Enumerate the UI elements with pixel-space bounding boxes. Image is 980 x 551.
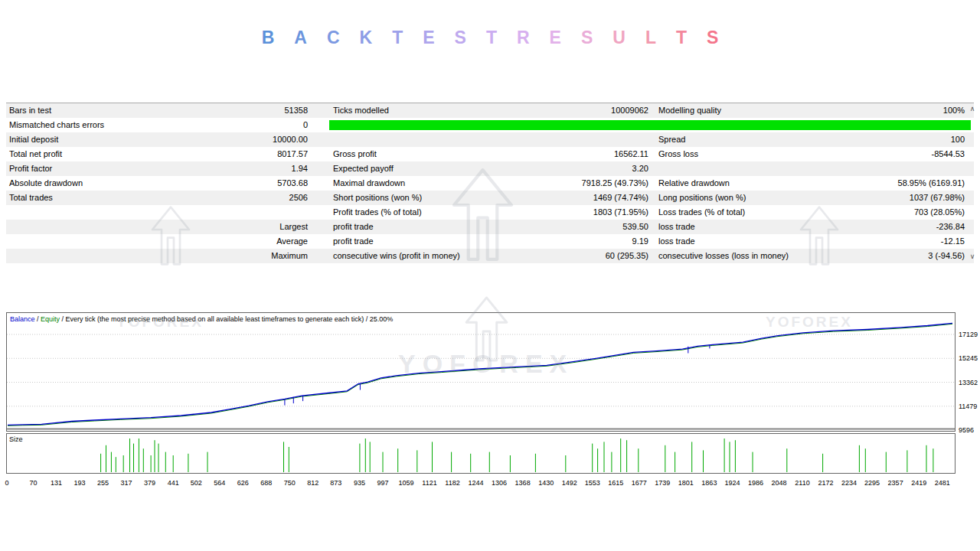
cell-value: Average xyxy=(276,234,308,249)
results-table: Bars in test51358Ticks modelled10009062M… xyxy=(6,103,974,263)
title-letter: T xyxy=(486,28,497,48)
cell-label: Short positions (won %) xyxy=(333,191,422,205)
y-axis-label: 17129 xyxy=(959,331,978,338)
cell-label: Gross loss xyxy=(658,147,698,161)
x-axis-label: 2295 xyxy=(864,479,880,487)
x-axis-label: 441 xyxy=(168,479,179,487)
cell-value: 3.20 xyxy=(632,161,648,176)
cell-value: 1.94 xyxy=(292,161,308,176)
cell-label: Absolute drawdown xyxy=(9,176,83,191)
x-axis-label: 1121 xyxy=(422,479,436,487)
x-axis-label: 2234 xyxy=(841,479,857,487)
x-axis-label: 873 xyxy=(330,479,341,487)
x-axis-labels: 0701311932553173794415025646266887508128… xyxy=(0,479,980,490)
title-letter: L xyxy=(645,28,656,48)
x-axis-label: 2419 xyxy=(911,479,926,487)
cell-value: -8544.53 xyxy=(932,147,965,161)
cell-label: Profit factor xyxy=(9,161,52,176)
x-axis-label: 626 xyxy=(237,479,249,487)
title-letter: E xyxy=(550,28,561,48)
cell-label: Initial deposit xyxy=(9,132,58,147)
cell-value: 703 (28.05%) xyxy=(914,205,965,220)
cell-value: 1469 (74.74%) xyxy=(593,191,648,205)
x-axis-label: 1739 xyxy=(655,479,670,487)
table-row: Mismatched charts errors0 xyxy=(6,118,974,132)
title-letter: K xyxy=(360,28,373,48)
cell-value: -236.84 xyxy=(936,220,965,234)
cell-label: Modelling quality xyxy=(658,103,721,118)
chart-legend: Balance / Equity / Every tick (the most … xyxy=(10,315,393,323)
x-axis-label: 1863 xyxy=(701,479,717,487)
x-axis-label: 2481 xyxy=(935,479,950,487)
x-axis-label: 379 xyxy=(144,479,155,487)
x-axis-label: 0 xyxy=(5,479,8,487)
cell-value: Largest xyxy=(279,220,308,234)
cell-value: 9.19 xyxy=(632,234,648,249)
cell-value: 16562.11 xyxy=(614,147,648,161)
x-axis-label: 1182 xyxy=(445,479,459,487)
cell-value: 58.95% (6169.91) xyxy=(898,176,965,191)
x-axis-label: 1986 xyxy=(748,479,763,487)
x-axis-label: 70 xyxy=(29,479,37,487)
x-axis-label: 1924 xyxy=(724,479,740,487)
page-title: BACKTESTRESULTS xyxy=(0,28,980,48)
scroll-down-icon[interactable]: ∨ xyxy=(967,253,978,260)
title-letter: R xyxy=(517,28,530,48)
scroll-up-icon[interactable]: ∧ xyxy=(967,105,978,112)
x-axis-label: 1368 xyxy=(515,479,531,487)
cell-value: 7918.25 (49.73%) xyxy=(582,176,648,191)
cell-label: Ticks modelled xyxy=(333,103,389,118)
cell-label: Bars in test xyxy=(9,103,51,118)
table-row: Bars in test51358Ticks modelled10009062M… xyxy=(6,103,974,118)
modelling-quality-bar xyxy=(329,120,971,130)
table-row: Profit trades (% of total)1803 (71.95%)L… xyxy=(6,205,974,220)
x-axis-label: 935 xyxy=(354,479,365,487)
x-axis-label: 997 xyxy=(377,479,388,487)
cell-label: Total net profit xyxy=(9,147,62,161)
y-axis-label: 11479 xyxy=(959,403,977,410)
title-letter: S xyxy=(707,28,718,48)
title-letter: C xyxy=(327,28,340,48)
cell-label: Long positions (won %) xyxy=(658,191,746,205)
table-row: Total trades2506Short positions (won %)1… xyxy=(6,191,974,205)
title-letter: B xyxy=(262,28,275,48)
table-row: Averageprofit trade9.19loss trade-12.15 xyxy=(6,234,974,249)
cell-label: Maximal drawdown xyxy=(333,176,405,191)
table-row: Profit factor1.94Expected payoff3.20 xyxy=(6,161,974,176)
x-axis-label: 131 xyxy=(51,479,62,487)
cell-value: 1803 (71.95%) xyxy=(593,205,648,220)
cell-label: Total trades xyxy=(9,191,53,205)
x-axis-label: 812 xyxy=(307,479,318,487)
cell-label: profit trade xyxy=(333,220,374,234)
cell-value: 10000.00 xyxy=(273,132,308,147)
cell-value: -12.15 xyxy=(941,234,965,249)
cell-value: 2506 xyxy=(289,191,308,205)
cell-label: Mismatched charts errors xyxy=(9,118,104,132)
size-panel-label: Size xyxy=(9,435,23,443)
cell-label: consecutive losses (loss in money) xyxy=(658,249,789,263)
y-axis-label: 13362 xyxy=(959,379,978,386)
cell-label: Relative drawdown xyxy=(658,176,730,191)
size-bars-svg xyxy=(7,434,955,473)
table-row: Absolute drawdown5703.68Maximal drawdown… xyxy=(6,176,974,191)
legend-model-description: / Every tick (the most precise method ba… xyxy=(60,315,393,323)
table-row: Initial deposit10000.00Spread100 xyxy=(6,132,974,147)
legend-equity-label: Equity xyxy=(41,315,60,323)
x-axis-label: 688 xyxy=(260,479,272,487)
title-letter: S xyxy=(581,28,593,48)
y-axis-label: 9596 xyxy=(959,426,974,434)
cell-value: 10009062 xyxy=(611,103,648,118)
cell-value: 539.50 xyxy=(622,220,648,234)
x-axis-label: 1677 xyxy=(632,479,647,487)
x-axis-label: 1492 xyxy=(562,479,577,487)
x-axis-label: 1801 xyxy=(678,479,694,487)
title-letter: A xyxy=(294,28,307,48)
balance-chart-panel: Balance / Equity / Every tick (the most … xyxy=(6,312,956,432)
x-axis-label: 2357 xyxy=(888,479,903,487)
legend-balance-label: Balance xyxy=(10,315,35,323)
cell-label: Gross profit xyxy=(333,147,377,161)
cell-value: 1037 (67.98%) xyxy=(910,191,965,205)
table-row: Largestprofit trade539.50loss trade-236.… xyxy=(6,220,974,234)
cell-label: profit trade xyxy=(333,234,374,249)
x-axis-label: 564 xyxy=(214,479,225,487)
